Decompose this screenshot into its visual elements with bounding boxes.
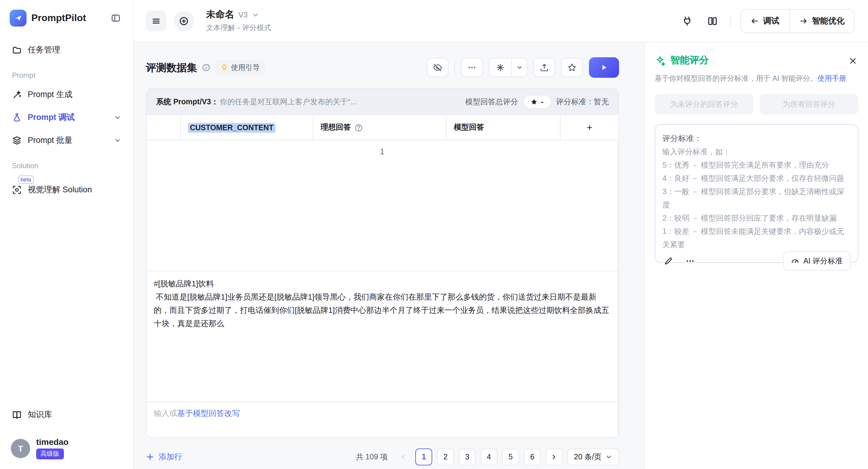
system-prompt-label: 系统 Prompt/V3：: [156, 97, 218, 107]
total-count: 共 109 项: [356, 452, 388, 462]
manual-link[interactable]: 使用手册: [817, 74, 846, 83]
sidebar-section-prompt: Prompt: [7, 61, 126, 83]
main-content: 评测数据集 使用引导: [134, 42, 644, 469]
topbar: 未命名 V3 文本理解－评分模式: [134, 0, 868, 42]
criteria-title: 评分标准：: [662, 132, 850, 145]
sidebar-item-prompt-generate[interactable]: Prompt 生成: [7, 83, 126, 106]
upload-button[interactable]: [533, 58, 555, 77]
panel-title: 智能评分: [670, 54, 709, 67]
total-score-label: 模型回答总评分: [465, 97, 518, 107]
plus-icon: [146, 453, 154, 461]
pagination-prev-button[interactable]: [396, 448, 410, 465]
system-prompt-summary[interactable]: 系统 Prompt/V3： 你的任务是对互联网上客户发布的关于“... 模型回答…: [147, 89, 618, 115]
more-actions-button[interactable]: [461, 58, 483, 77]
cell-customer-content[interactable]: #[脱敏品牌1]饮料 不知道是[脱敏品牌1]业务员黑还是[脱敏品牌1]领导黑心，…: [147, 271, 618, 402]
flask-icon: [12, 113, 22, 122]
score-value: -: [541, 98, 544, 106]
toolbar-panels-button[interactable]: [705, 13, 720, 29]
page-button[interactable]: 6: [524, 448, 541, 465]
debug-mode-button[interactable]: 调试: [741, 9, 789, 32]
favorite-button[interactable]: [561, 58, 583, 77]
sidebar-item-prompt-batch[interactable]: Prompt 批量: [7, 129, 126, 152]
tasks-icon: [12, 45, 22, 55]
smart-optimize-button[interactable]: 智能优化: [789, 9, 854, 32]
sparkle-icon: [655, 55, 665, 66]
logo-icon: [10, 10, 27, 27]
dataset-header: 评测数据集 使用引导: [146, 57, 619, 79]
column-header-model-answer[interactable]: 模型回答: [447, 115, 561, 140]
batch-generate-split: [489, 58, 527, 77]
sidebar-collapse-button[interactable]: [108, 10, 124, 26]
score-all-button[interactable]: 为所有回答评分: [760, 94, 858, 115]
burst-icon: [495, 63, 505, 72]
add-row-button[interactable]: 添加行: [146, 451, 182, 462]
chevron-down-icon[interactable]: [252, 11, 259, 19]
ai-criteria-button[interactable]: AI 评分标准: [783, 251, 850, 271]
table-footer: 添加行 共 109 项 1 2 3 4 5 6 20 条/页: [146, 447, 619, 467]
vision-eye-icon: [12, 185, 22, 195]
column-header-ideal-answer[interactable]: 理想回答: [313, 115, 447, 140]
cell-ideal-answer[interactable]: 输入或基于模型回答改写: [147, 402, 618, 438]
score-unscored-button[interactable]: 为未评分的回答评分: [655, 94, 753, 115]
page-button[interactable]: 5: [502, 448, 519, 465]
column-label: 理想回答: [321, 122, 351, 133]
criteria-more-button[interactable]: [684, 255, 696, 267]
run-all-button[interactable]: [589, 57, 619, 78]
page-button[interactable]: 4: [480, 448, 497, 465]
arrow-left-icon: [750, 17, 759, 25]
app-title: PromptPilot: [31, 13, 103, 24]
rewrite-from-model-link[interactable]: 基于模型回答改写: [177, 409, 240, 418]
help-icon[interactable]: [354, 123, 363, 132]
column-label: CUSTOMER_CONTENT: [188, 123, 275, 132]
debug-mode-label: 调试: [763, 15, 779, 26]
criteria-line: 1：较差 － 模型回答未能满足关键要求，内容极少或无关紧要: [662, 225, 850, 251]
logo-row: PromptPilot: [7, 8, 126, 30]
batch-generate-button[interactable]: [490, 59, 511, 76]
upload-icon: [539, 63, 549, 72]
sidebar-item-prompt-debug[interactable]: Prompt 调试: [7, 106, 126, 129]
pagination-next-button[interactable]: [546, 448, 562, 465]
batch-generate-dropdown[interactable]: [511, 59, 527, 76]
sidebar-item-label: Prompt 调试: [28, 112, 108, 123]
dataset-card: 系统 Prompt/V3： 你的任务是对互联网上客户发布的关于“... 模型回答…: [146, 88, 619, 438]
criteria-line: 5：优秀 － 模型回答完全满足所有要求，理由充分: [662, 159, 850, 172]
score-badge: -: [524, 96, 550, 108]
sidebar-item-knowledge-base[interactable]: 知识库: [7, 403, 126, 426]
hide-columns-button[interactable]: [427, 58, 448, 77]
toolbar-plug-button[interactable]: [679, 13, 695, 29]
sidebar-item-label: 知识库: [28, 409, 121, 420]
user-account[interactable]: T timedao 高级版: [7, 432, 126, 459]
usage-guide-button[interactable]: 使用引导: [215, 60, 265, 75]
user-name: timedao: [36, 437, 68, 447]
close-panel-button[interactable]: [847, 55, 858, 66]
panel-collapse-icon: [111, 13, 121, 23]
add-column-button[interactable]: +: [561, 115, 618, 140]
layout-columns-icon: [707, 15, 718, 26]
page-size-label: 20 条/页: [574, 452, 601, 462]
info-icon[interactable]: [202, 63, 210, 72]
premium-badge: 高级版: [36, 448, 64, 459]
sidebar-item-label: 任务管理: [28, 44, 121, 56]
criteria-editor[interactable]: 评分标准： 输入评分标准，如： 5：优秀 － 模型回答完全满足所有要求，理由充分…: [655, 124, 858, 263]
page-button[interactable]: 3: [459, 448, 475, 465]
sidebar-item-task-management[interactable]: 任务管理: [7, 39, 126, 61]
new-task-button[interactable]: [174, 10, 194, 31]
menu-button[interactable]: [146, 10, 166, 31]
page-button[interactable]: 2: [437, 448, 454, 465]
page-button[interactable]: 1: [415, 448, 432, 465]
close-icon: [849, 56, 857, 65]
plus-circle-icon: [179, 16, 189, 26]
table-header: CUSTOMER_CONTENT 理想回答 模型回答 +: [147, 115, 618, 140]
sidebar-section-solution: Solution: [7, 152, 126, 174]
sidebar-item-label: Prompt 批量: [28, 135, 108, 146]
sidebar-item-vision-solution[interactable]: beta 视觉理解 Solution: [7, 179, 126, 201]
divider: [455, 61, 455, 73]
layers-icon: [12, 136, 22, 145]
chevron-down-icon: [605, 453, 613, 461]
chevron-down-icon: [114, 114, 121, 121]
dataset-toolbar: [427, 57, 619, 78]
column-header-customer-content[interactable]: CUSTOMER_CONTENT: [181, 115, 313, 140]
edit-criteria-button[interactable]: [662, 255, 675, 267]
sidebar: PromptPilot 任务管理 Prompt Prompt 生成: [0, 0, 134, 469]
page-size-select[interactable]: 20 条/页: [567, 448, 619, 465]
